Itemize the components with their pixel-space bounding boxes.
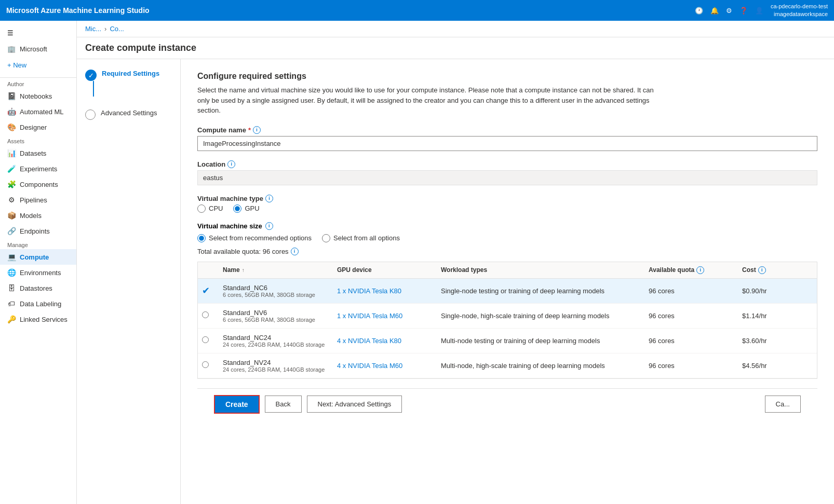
vm-type-cpu-option[interactable]: CPU: [197, 205, 223, 213]
experiments-icon: 🧪: [7, 165, 16, 173]
name-sort-icon: ↑: [242, 267, 245, 273]
row-select-nc24[interactable]: [198, 336, 219, 345]
breadcrumb-item-2[interactable]: Co...: [110, 25, 124, 33]
datastores-icon: 🗄: [7, 284, 16, 292]
compute-name-label: Compute name * i: [197, 126, 817, 134]
hamburger-button[interactable]: ☰: [0, 25, 76, 41]
row-select-nv24[interactable]: [198, 361, 219, 370]
compute-name-info-icon[interactable]: i: [253, 126, 261, 134]
user-info: ca-pdecarlo-demo-test imagedataworkspace: [771, 3, 828, 19]
step-required-circle: ✓: [85, 70, 97, 81]
th-cost: Cost i: [738, 266, 800, 274]
row-gpu-nv24[interactable]: 4 x NVIDIA Tesla M60: [333, 362, 437, 370]
sidebar-item-label: Pipelines: [20, 196, 47, 204]
row-select-nc6[interactable]: ✔: [198, 285, 219, 296]
sidebar-item-models[interactable]: 📦 Models: [0, 208, 76, 223]
user-icon[interactable]: 👤: [755, 7, 763, 15]
sidebar-item-pipelines[interactable]: ⚙ Pipelines: [0, 192, 76, 208]
assets-section-label: Assets: [0, 135, 76, 145]
row-gpu-nv6[interactable]: 1 x NVIDIA Tesla M60: [333, 312, 437, 320]
cancel-button[interactable]: Ca...: [765, 396, 801, 413]
th-quota: Available quota i: [644, 266, 738, 274]
new-button[interactable]: + New: [0, 57, 76, 73]
sidebar-item-designer[interactable]: 🎨 Designer: [0, 119, 76, 135]
vm-size-all-option[interactable]: Select from all options: [322, 234, 400, 242]
app-title: Microsoft Azure Machine Learning Studio: [6, 6, 150, 15]
quota-text: Total available quota: 96 cores i: [197, 248, 817, 255]
sidebar-item-automated-ml[interactable]: 🤖 Automated ML: [0, 104, 76, 119]
sidebar-item-environments[interactable]: 🌐 Environments: [0, 265, 76, 280]
automated-ml-icon: 🤖: [7, 107, 16, 116]
row-gpu-nc6[interactable]: 1 x NVIDIA Tesla K80: [333, 287, 437, 295]
breadcrumb-sep: ›: [104, 25, 106, 33]
create-button[interactable]: Create: [214, 395, 260, 414]
step-required-settings[interactable]: ✓ Required Settings: [85, 70, 172, 99]
sidebar-item-experiments[interactable]: 🧪 Experiments: [0, 161, 76, 176]
step-required-label: Required Settings: [102, 70, 159, 77]
table-row[interactable]: ✔ Standard_NC6 6 cores, 56GB RAM, 380GB …: [198, 279, 817, 304]
breadcrumb: Mic... › Co...: [77, 21, 834, 37]
sidebar-item-datastores[interactable]: 🗄 Datastores: [0, 280, 76, 296]
row-workload-nc6: Single-node testing or training of deep …: [437, 287, 644, 295]
sidebar-item-compute[interactable]: 💻 Compute: [0, 249, 76, 265]
cost-col-info-icon[interactable]: i: [758, 266, 766, 274]
vm-type-cpu-label: CPU: [209, 205, 223, 212]
table-row[interactable]: Standard_NV24 24 cores, 224GB RAM, 1440G…: [198, 353, 817, 378]
quota-col-info-icon[interactable]: i: [696, 266, 704, 274]
sidebar-item-notebooks[interactable]: 📓 Notebooks: [0, 88, 76, 104]
help-icon[interactable]: ❓: [739, 7, 748, 15]
sidebar-item-label: Linked Services: [20, 316, 68, 323]
sidebar-item-label: Data Labeling: [20, 300, 61, 308]
sidebar-item-components[interactable]: 🧩 Components: [0, 176, 76, 192]
row-quota-nv24: 96 cores: [644, 362, 738, 370]
bell-icon[interactable]: 🔔: [710, 7, 719, 15]
next-button[interactable]: Next: Advanced Settings: [307, 396, 402, 413]
sidebar-item-datasets[interactable]: 📊 Datasets: [0, 145, 76, 161]
location-info-icon[interactable]: i: [227, 160, 235, 168]
section-desc: Select the name and virtual machine size…: [197, 85, 665, 116]
table-header: Name ↑ GPU device Workload types Availab…: [198, 262, 817, 279]
row-workload-nv24: Multi-node, high-scale training of deep …: [437, 362, 644, 370]
row-radio-nc24[interactable]: [202, 336, 209, 343]
vm-type-gpu-label: GPU: [245, 205, 259, 212]
sidebar-item-data-labeling[interactable]: 🏷 Data Labeling: [0, 296, 76, 311]
topbar-right: 🕐 🔔 ⚙ ❓ 👤 ca-pdecarlo-demo-test imagedat…: [695, 3, 828, 19]
author-section-label: Author: [0, 78, 76, 88]
back-button[interactable]: Back: [265, 396, 302, 413]
vm-size-info-icon[interactable]: i: [265, 222, 273, 230]
sidebar: ☰ 🏢 Microsoft + New Author 📓 Notebooks 🤖…: [0, 21, 77, 504]
vm-type-gpu-radio[interactable]: [233, 205, 241, 213]
vm-size-all-radio[interactable]: [322, 234, 330, 242]
sidebar-item-label: Components: [20, 181, 58, 188]
sidebar-microsoft[interactable]: 🏢 Microsoft: [0, 41, 76, 57]
row-select-nv6[interactable]: [198, 311, 219, 320]
row-radio-nv6[interactable]: [202, 311, 209, 318]
th-name[interactable]: Name ↑: [219, 266, 333, 274]
pipelines-icon: ⚙: [7, 196, 16, 204]
step-advanced-settings[interactable]: Advanced Settings: [85, 109, 172, 120]
sidebar-item-linked-services[interactable]: 🔑 Linked Services: [0, 311, 76, 327]
breadcrumb-item-1[interactable]: Mic...: [85, 25, 101, 33]
row-gpu-nc24[interactable]: 4 x NVIDIA Tesla K80: [333, 337, 437, 345]
required-star: *: [248, 126, 251, 134]
compute-name-input[interactable]: [197, 136, 817, 151]
vm-type-info-icon[interactable]: i: [265, 195, 273, 202]
row-radio-nv24[interactable]: [202, 361, 209, 368]
sidebar-item-label: Designer: [20, 124, 47, 131]
vm-size-recommended-option[interactable]: Select from recommended options: [197, 234, 312, 242]
history-icon[interactable]: 🕐: [695, 7, 703, 15]
sidebar-item-endpoints[interactable]: 🔗 Endpoints: [0, 223, 76, 239]
vm-type-cpu-radio[interactable]: [197, 205, 206, 213]
vm-type-gpu-option[interactable]: GPU: [233, 205, 259, 213]
sidebar-item-label: Automated ML: [20, 108, 64, 116]
row-quota-nc6: 96 cores: [644, 287, 738, 295]
sidebar-item-label: Models: [20, 212, 42, 220]
vm-size-recommended-radio[interactable]: [197, 234, 206, 242]
quota-info-icon[interactable]: i: [291, 248, 299, 255]
table-row[interactable]: Standard_NV6 6 cores, 56GB RAM, 380GB st…: [198, 304, 817, 329]
table-row[interactable]: Standard_NC24 24 cores, 224GB RAM, 1440G…: [198, 329, 817, 353]
settings-icon[interactable]: ⚙: [726, 7, 732, 15]
topbar-left: Microsoft Azure Machine Learning Studio: [6, 6, 150, 15]
row-cost-nv6: $1.14/hr: [738, 312, 800, 320]
steps-panel: ✓ Required Settings Advanced Settings: [77, 59, 181, 504]
